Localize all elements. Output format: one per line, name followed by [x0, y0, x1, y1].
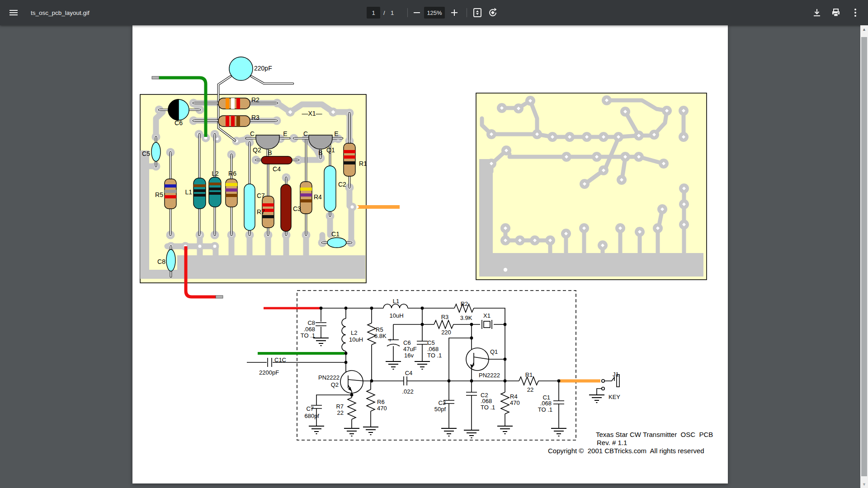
sch-label-50pf: 50pf — [434, 406, 446, 413]
inductor-L1 — [193, 178, 206, 209]
sch-label-C5: C5 — [427, 339, 435, 346]
sch-label-PN2222: PN2222 — [318, 374, 340, 381]
zoom-level[interactable]: 125% — [424, 7, 445, 19]
pcb-label-C3: C3 — [293, 205, 301, 212]
cap-C4 — [261, 156, 292, 164]
sch-label-L1: L1 — [393, 298, 399, 305]
sch-label-068: .068 — [427, 346, 439, 352]
page-divider: / — [383, 0, 385, 25]
page-number-input[interactable]: 1 — [367, 7, 380, 19]
menu-button[interactable] — [7, 6, 20, 19]
resistor-R5 — [165, 179, 176, 209]
image-page: 220pFC6R2R3—X1—CEQ2BCEBQ1C4R1C5R5L1L2R6C… — [132, 25, 728, 483]
schematic-border — [297, 291, 576, 440]
figure-copyright: Copyright © 2001 CBTricks.com All rights… — [548, 447, 704, 455]
sch-label-C1C: C1C — [274, 357, 286, 363]
vertical-scrollbar[interactable]: ▲ ▼ — [860, 25, 868, 488]
sch-label-C6: C6 — [403, 339, 411, 346]
cap-C5 — [151, 142, 160, 161]
rotate-icon — [488, 8, 498, 18]
sch-label-16v: 16v — [404, 352, 414, 359]
sch-label-R7: R7 — [336, 403, 344, 410]
sch-label-R2: R2 — [461, 300, 468, 307]
toolbar-divider — [407, 8, 408, 17]
zoom-in-icon — [451, 9, 458, 16]
sch-label-TO1: TO .1 — [481, 404, 495, 411]
pcb-label-L1: L1 — [185, 188, 192, 196]
pcb-label-L2: L2 — [212, 170, 219, 177]
fit-page-button[interactable] — [471, 6, 484, 19]
sch-label-068: .068 — [481, 398, 492, 404]
pcb-label-C7: C7 — [257, 192, 265, 199]
cap-C2 — [324, 166, 336, 211]
pcb-label-C8: C8 — [157, 258, 165, 265]
pcb-label-Q2: Q2 — [253, 146, 261, 154]
copper-ground-strip — [479, 253, 703, 277]
fit-page-icon — [473, 8, 482, 18]
figure-revision: Rev. # 1.1 — [597, 439, 627, 446]
print-icon — [831, 8, 840, 17]
ground-symbols — [309, 338, 604, 438]
pcb-component-board — [140, 57, 400, 298]
sch-label-C7: C7 — [306, 405, 314, 412]
sch-label-470: 470 — [510, 399, 520, 406]
resistor-R1 — [344, 143, 355, 176]
sch-label-KEY: KEY — [609, 394, 620, 400]
sch-label-220: 220 — [441, 329, 451, 336]
zoom-out-button[interactable] — [410, 6, 423, 19]
toolbar-divider — [467, 8, 467, 17]
sch-label-22: 22 — [337, 409, 344, 416]
cap-C3 — [281, 184, 291, 231]
cap-C7 — [244, 184, 255, 230]
cap-220pF — [229, 57, 253, 80]
pcb-label-R7: R7 — [257, 208, 265, 216]
scrollbar-thumb[interactable] — [861, 37, 867, 476]
sch-label-Q2: Q2 — [331, 381, 339, 388]
document-title: ts_osc_pcb_layout.gif — [31, 0, 90, 25]
pcb-label-E: E — [334, 130, 338, 137]
print-button[interactable] — [830, 6, 842, 19]
pcb-label-X1: —X1— — [302, 110, 322, 117]
zoom-in-button[interactable] — [448, 6, 461, 19]
download-button[interactable] — [811, 6, 823, 19]
pcb-label-C6: C6 — [175, 119, 183, 127]
sch-label-TO1: TO .1 — [427, 352, 442, 359]
pcb-label-220pF: 220pF — [254, 65, 272, 72]
more-options-button[interactable] — [849, 6, 862, 19]
cap-C8 — [166, 249, 175, 271]
junction-dots — [320, 307, 561, 397]
sch-label-J1: J1 — [613, 371, 619, 378]
schematic-wiring — [247, 304, 619, 430]
page-total: 1 — [391, 0, 394, 25]
sch-label-22: 22 — [527, 386, 533, 393]
sch-label-TO1: TO .1 — [538, 406, 552, 413]
viewer-toolbar: ts_osc_pcb_layout.gif 1 / 1 125% — [0, 0, 868, 25]
pcb-label-B: B — [268, 149, 272, 156]
cap-C1 — [327, 238, 346, 248]
pcb-label-C2: C2 — [338, 181, 346, 188]
more-vert-icon — [854, 8, 857, 17]
schematic — [247, 291, 619, 440]
sch-label-L2: L2 — [351, 329, 357, 336]
pcb-label-C: C — [250, 130, 255, 137]
sch-label-C4: C4 — [405, 370, 413, 376]
zoom-out-icon — [414, 12, 420, 13]
sch-label-47uF: 47uF — [403, 346, 417, 352]
resistor-R4 — [300, 182, 312, 214]
rotate-button[interactable] — [486, 6, 499, 19]
sch-label-TO1: TO .1 — [301, 332, 315, 339]
pcb-copper-board — [476, 93, 707, 280]
pcb-label-Q1: Q1 — [326, 146, 335, 154]
figure-title: Texas Star CW Transmitter OSC PCB — [596, 431, 713, 438]
pcb-label-R3: R3 — [251, 114, 259, 121]
pcb-label-R4: R4 — [314, 193, 322, 201]
scroll-up-button[interactable]: ▲ — [860, 25, 868, 33]
sch-label-Q1: Q1 — [490, 348, 498, 355]
scroll-down-button[interactable]: ▼ — [860, 480, 868, 488]
sch-label-C3: C3 — [438, 399, 446, 406]
pcb-label-C5: C5 — [142, 150, 150, 157]
figure-captions: Texas Star CW Transmitter OSC PCB Rev. #… — [548, 431, 713, 455]
pcb-label-R1: R1 — [359, 160, 367, 167]
sch-label-10uH: 10uH — [389, 312, 403, 319]
sch-label-R5: R5 — [376, 326, 383, 333]
